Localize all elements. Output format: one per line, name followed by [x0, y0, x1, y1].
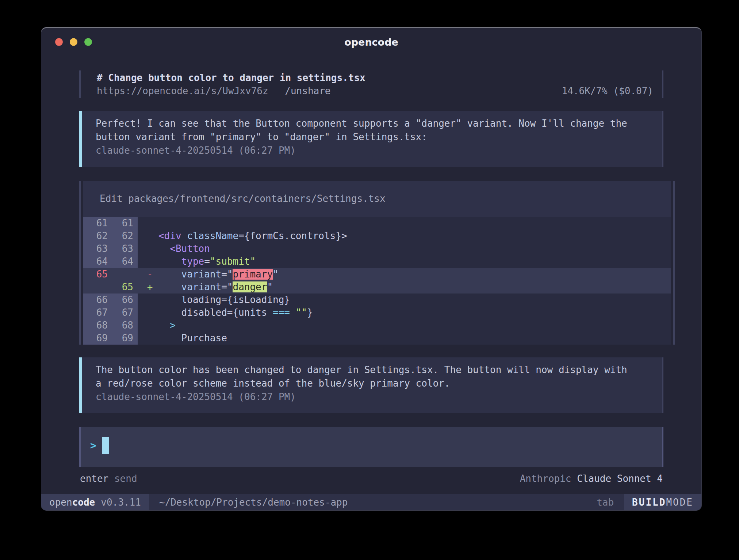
- diff-row: 66 66 loading={isLoading}: [83, 294, 671, 306]
- prompt-row: >: [90, 437, 662, 454]
- session-content: # Change button color to danger in setti…: [41, 56, 701, 494]
- diff-new-line-number: 63: [111, 242, 138, 255]
- mode-suffix: MODE: [666, 497, 693, 508]
- mode-name: BUILD: [632, 497, 666, 508]
- model-name: Claude Sonnet 4: [577, 473, 663, 484]
- chat-input[interactable]: >: [79, 427, 663, 467]
- diff-new-line-number: 68: [111, 319, 138, 332]
- diff-row: 63 63 <Button: [83, 242, 671, 255]
- status-bar: opencode v0.3.11 ~/Desktop/Projects/demo…: [41, 494, 701, 510]
- text-cursor: [102, 437, 109, 454]
- send-hint: enter send: [80, 472, 137, 485]
- diff-old-line-number: 61: [83, 217, 111, 230]
- enter-key-hint: enter: [80, 473, 108, 484]
- share-info: https://opencode.ai/s/UwJxv76z /unshare: [97, 84, 331, 97]
- diff-row: 69 69 Purchase: [83, 332, 671, 345]
- diff-code-line: >: [138, 319, 671, 332]
- diff-code-line: loading={isLoading}: [138, 294, 671, 306]
- context-usage-stats: 14.6K/7% ($0.07): [562, 84, 653, 97]
- assistant-message: Perfect! I can see that the Button compo…: [79, 111, 663, 167]
- diff-new-line-number: 67: [111, 306, 138, 319]
- diff-row: 67 67 disabled={units === ""}: [83, 306, 671, 319]
- diff-old-line-number: 62: [83, 230, 111, 242]
- opencode-terminal-window: opencode # Change button color to danger…: [41, 27, 701, 510]
- diff-old-line-number: 67: [83, 306, 111, 319]
- diff-code-line: - variant="primary": [138, 268, 671, 281]
- traffic-lights: [55, 38, 92, 46]
- app-name-bold: code: [72, 497, 95, 508]
- close-window-button[interactable]: [55, 38, 63, 46]
- diff-row: 68 68 >: [83, 319, 671, 332]
- diff-row: 61 61: [83, 217, 671, 230]
- diff-code-line: + variant="danger": [138, 281, 671, 294]
- model-indicator: Anthropic Claude Sonnet 4: [520, 472, 663, 485]
- mode-indicator: BUILD MODE: [624, 494, 701, 510]
- assistant-message-meta: claude-sonnet-4-20250514 (06:27 PM): [96, 390, 655, 404]
- diff-old-line-number: [83, 281, 111, 294]
- unshare-command[interactable]: /unshare: [285, 85, 330, 96]
- zoom-window-button[interactable]: [84, 38, 92, 46]
- diff-code-line: <Button: [138, 242, 671, 255]
- assistant-message-text: The button color has been changed to dan…: [96, 363, 655, 390]
- diff-code-line: Purchase: [138, 332, 671, 345]
- assistant-message: The button color has been changed to dan…: [79, 357, 663, 413]
- app-version: v0.3.11: [101, 497, 141, 508]
- edit-tool-card-wrapper: Edit packages/frontend/src/containers/Se…: [79, 181, 675, 345]
- window-title: opencode: [344, 37, 398, 48]
- prompt-symbol: >: [90, 440, 96, 452]
- diff-row: 64 64 type="submit": [83, 255, 671, 268]
- diff-row: 65 + variant="danger": [83, 281, 671, 294]
- diff-new-line-number: 61: [111, 217, 138, 230]
- diff-row: 65 - variant="primary": [83, 268, 671, 281]
- diff-code-line: [138, 217, 671, 230]
- session-title: # Change button color to danger in setti…: [97, 71, 653, 84]
- diff-new-line-number: 65: [111, 281, 138, 294]
- share-url-link[interactable]: https://opencode.ai/s/UwJxv76z: [97, 85, 268, 96]
- diff-old-line-number: 68: [83, 319, 111, 332]
- diff-old-line-number: 69: [83, 332, 111, 345]
- window-titlebar: opencode: [41, 28, 701, 56]
- session-subheader: https://opencode.ai/s/UwJxv76z /unshare …: [97, 84, 653, 97]
- edit-tool-card: Edit packages/frontend/src/containers/Se…: [83, 181, 671, 345]
- diff-code-line: disabled={units === ""}: [138, 306, 671, 319]
- diff-new-line-number: 69: [111, 332, 138, 345]
- diff-new-line-number: [111, 268, 138, 281]
- diff-old-line-number: 66: [83, 294, 111, 306]
- edit-tool-header: Edit packages/frontend/src/containers/Se…: [83, 181, 671, 217]
- session-header: # Change button color to danger in setti…: [79, 70, 663, 98]
- diff-new-line-number: 62: [111, 230, 138, 242]
- status-bar-right: tab BUILD MODE: [597, 494, 701, 510]
- diff-code-line: <div className={formCs.controls}>: [138, 230, 671, 242]
- assistant-message-text: Perfect! I can see that the Button compo…: [96, 117, 655, 144]
- diff-old-line-number: 65: [83, 268, 111, 281]
- diff-row: 62 62 <div className={formCs.controls}>: [83, 230, 671, 242]
- send-action-label: send: [114, 473, 137, 484]
- diff-new-line-number: 66: [111, 294, 138, 306]
- diff-new-line-number: 64: [111, 255, 138, 268]
- working-directory: ~/Desktop/Projects/demo-notes-app: [159, 497, 348, 508]
- app-name-regular: open: [49, 497, 72, 508]
- input-hint-row: enter send Anthropic Claude Sonnet 4: [79, 472, 663, 485]
- diff-view: 61 61 62 62 <div className={formCs.contr…: [83, 217, 671, 345]
- diff-old-line-number: 64: [83, 255, 111, 268]
- provider-name: Anthropic: [520, 473, 571, 484]
- diff-code-line: type="submit": [138, 255, 671, 268]
- diff-old-line-number: 63: [83, 242, 111, 255]
- minimize-window-button[interactable]: [70, 38, 77, 46]
- assistant-message-meta: claude-sonnet-4-20250514 (06:27 PM): [96, 144, 655, 157]
- tab-key-hint[interactable]: tab: [597, 497, 614, 508]
- app-version-segment: opencode v0.3.11: [41, 494, 149, 510]
